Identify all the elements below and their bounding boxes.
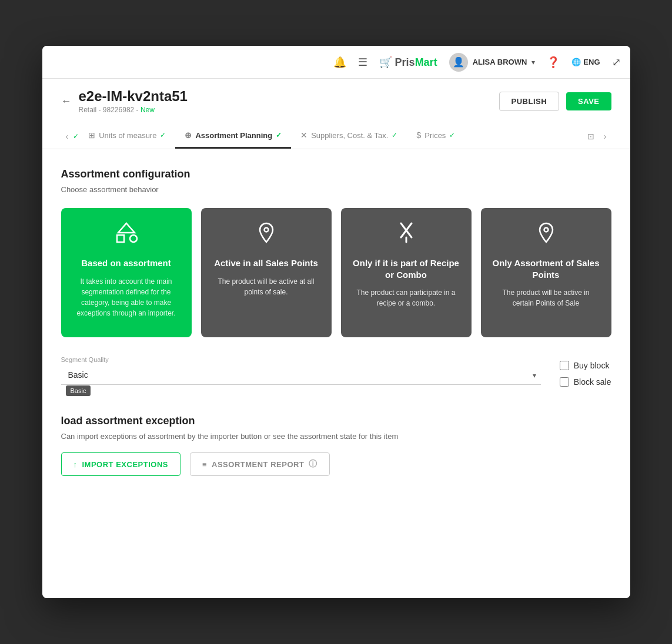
back-button[interactable]: ← [61, 95, 72, 108]
brand: 🛒 PrisMart [379, 56, 437, 69]
tab-suppliers-label: Suppliers, Cost. & Tax. [311, 131, 388, 140]
card-all-sales[interactable]: Active in all Sales Points The product w… [201, 208, 332, 337]
user-menu[interactable]: 👤 ALISA BROWN ▾ [449, 53, 536, 72]
header-actions: PUBLISH SAVE [499, 92, 611, 111]
assortment-tab-icon: ⊕ [185, 130, 192, 140]
load-desc-text: Can import exceptions of assortment by t… [61, 432, 399, 441]
assortment-sales-icon [537, 222, 556, 248]
svg-point-7 [544, 228, 548, 232]
tab-prices-label: Prices [424, 131, 446, 140]
globe-icon: 🌐 [571, 58, 581, 66]
segment-quality-select-wrapper: Basic Standard Premium ▾ [61, 365, 541, 385]
tab-suppliers[interactable]: ✕ Suppliers, Cost. & Tax. ✓ [291, 123, 407, 149]
segment-quality-select[interactable]: Basic Standard Premium [61, 365, 541, 385]
tab-units-check: ✓ [160, 131, 166, 139]
tab-assortment-label: Assortment Planning [195, 131, 272, 140]
tab-prices[interactable]: $ Prices ✓ [407, 123, 464, 149]
avatar: 👤 [449, 53, 468, 72]
page-title: e2e-IM-kv2nta51 [79, 88, 188, 105]
assortment-cards-row: Based on assortment It takes into accoun… [61, 208, 611, 337]
tab-assortment-check: ✓ [276, 131, 282, 139]
import-label: IMPORT EXCEPTIONS [82, 460, 168, 469]
buy-block-label[interactable]: Buy block [574, 361, 610, 370]
block-sale-checkbox[interactable] [560, 377, 569, 387]
svg-point-2 [130, 235, 137, 242]
chevron-down-icon: ▾ [531, 58, 535, 66]
brand-cart-icon: 🛒 [379, 56, 395, 68]
card-based-desc: It takes into account the main segmentat… [73, 276, 180, 318]
segment-quality-field: Segment Quality Basic Standard Premium ▾… [61, 356, 541, 396]
breadcrumb-row: ← e2e-IM-kv2nta51 Retail - 98226982 - Ne… [61, 88, 611, 114]
app-window: 🔔 ☰ 🛒 PrisMart 👤 ALISA BROWN ▾ ❓ 🌐 ENG ⤢… [42, 46, 630, 598]
tabs-row: ‹ ✓ ⊞ Units of measure ✓ ⊕ Assortment Pl… [61, 123, 611, 149]
svg-point-3 [264, 228, 268, 232]
card-assortment-sales-desc: The product will be active in certain Po… [493, 287, 600, 308]
tab-assortment[interactable]: ⊕ Assortment Planning ✓ [175, 123, 291, 149]
load-assortment-title: load assortment exception [61, 415, 611, 427]
language-selector[interactable]: 🌐 ENG [571, 58, 600, 66]
new-badge: New [141, 106, 155, 114]
tabs-prev-arrow[interactable]: ‹ [61, 132, 73, 141]
main-content: Assortment configuration Choose assortme… [42, 149, 630, 598]
tabs-next-arrow[interactable]: ⊡ [583, 132, 599, 141]
block-sale-row: Block sale [560, 377, 611, 387]
page-title-area: e2e-IM-kv2nta51 Retail - 98226982 - New [79, 88, 188, 114]
save-button[interactable]: SAVE [566, 92, 611, 110]
report-label: ASSORTMENT REPORT [212, 460, 304, 469]
topbar: 🔔 ☰ 🛒 PrisMart 👤 ALISA BROWN ▾ ❓ 🌐 ENG ⤢ [42, 46, 630, 79]
back-title-group: ← e2e-IM-kv2nta51 Retail - 98226982 - Ne… [61, 88, 188, 114]
bell-icon[interactable]: 🔔 [333, 56, 346, 69]
tab-units[interactable]: ⊞ Units of measure ✓ [79, 123, 175, 149]
card-recipe-desc: The product can participate in a recipe … [353, 287, 460, 308]
card-based-title: Based on assortment [81, 257, 171, 269]
tab-suppliers-check: ✓ [392, 131, 397, 139]
based-assortment-icon [115, 222, 138, 248]
all-sales-icon [257, 222, 276, 248]
prices-tab-icon: $ [416, 130, 421, 140]
import-icon: ↑ [73, 460, 78, 469]
card-all-sales-title: Active in all Sales Points [214, 257, 318, 269]
tabs-right-arrow[interactable]: › [599, 132, 611, 141]
recipe-icon [396, 222, 416, 248]
tooltip-badge: Basic [66, 385, 91, 396]
user-name: ALISA BROWN [473, 58, 527, 66]
svg-rect-1 [117, 235, 124, 242]
load-assortment-desc: Can import exceptions of assortment by t… [61, 432, 611, 441]
language-label: ENG [583, 58, 600, 66]
checkboxes-group: Buy block Block sale [560, 356, 611, 387]
card-all-sales-desc: The product will be active at all points… [213, 276, 320, 297]
card-recipe-title: Only if it is part of Recipe or Combo [353, 257, 460, 280]
segment-quality-label: Segment Quality [61, 356, 541, 363]
help-icon[interactable]: ❓ [547, 56, 560, 69]
suppliers-tab-icon: ✕ [300, 130, 307, 140]
assortment-config-subtitle: Choose assortment behavior [61, 185, 611, 194]
form-row: Segment Quality Basic Standard Premium ▾… [61, 356, 611, 396]
card-assortment-sales-title: Only Assortment of Sales Points [493, 257, 600, 280]
buy-block-checkbox[interactable] [560, 361, 569, 370]
page-subtitle: Retail - 98226982 - New [79, 106, 188, 114]
tab-prev-check: ✓ [73, 132, 79, 140]
tab-units-label: Units of measure [99, 131, 156, 140]
assortment-config-title: Assortment configuration [61, 168, 611, 180]
menu-icon[interactable]: ☰ [358, 56, 367, 69]
svg-marker-0 [118, 223, 135, 233]
action-buttons: ↑ IMPORT EXCEPTIONS ≡ ASSORTMENT REPORT … [61, 452, 611, 476]
card-based-assortment[interactable]: Based on assortment It takes into accoun… [61, 208, 192, 337]
load-assortment-section: load assortment exception Can import exc… [61, 415, 611, 476]
report-icon: ≡ [202, 460, 207, 469]
brand-pris: Pris [395, 56, 415, 68]
report-info-icon: ⓘ [309, 459, 317, 469]
card-recipe[interactable]: Only if it is part of Recipe or Combo Th… [341, 208, 472, 337]
buy-block-row: Buy block [560, 361, 611, 370]
page-header: ← e2e-IM-kv2nta51 Retail - 98226982 - Ne… [42, 79, 630, 149]
units-tab-icon: ⊞ [88, 130, 95, 140]
import-exceptions-button[interactable]: ↑ IMPORT EXCEPTIONS [61, 452, 180, 476]
subtitle-text: Retail - 98226982 - [79, 106, 141, 114]
expand-icon[interactable]: ⤢ [612, 56, 621, 69]
publish-button[interactable]: PUBLISH [499, 92, 560, 111]
block-sale-label[interactable]: Block sale [574, 377, 611, 387]
assortment-report-button[interactable]: ≡ ASSORTMENT REPORT ⓘ [190, 452, 330, 476]
brand-mart: Mart [415, 56, 437, 68]
tab-prices-check: ✓ [449, 131, 455, 139]
card-assortment-sales[interactable]: Only Assortment of Sales Points The prod… [481, 208, 611, 337]
